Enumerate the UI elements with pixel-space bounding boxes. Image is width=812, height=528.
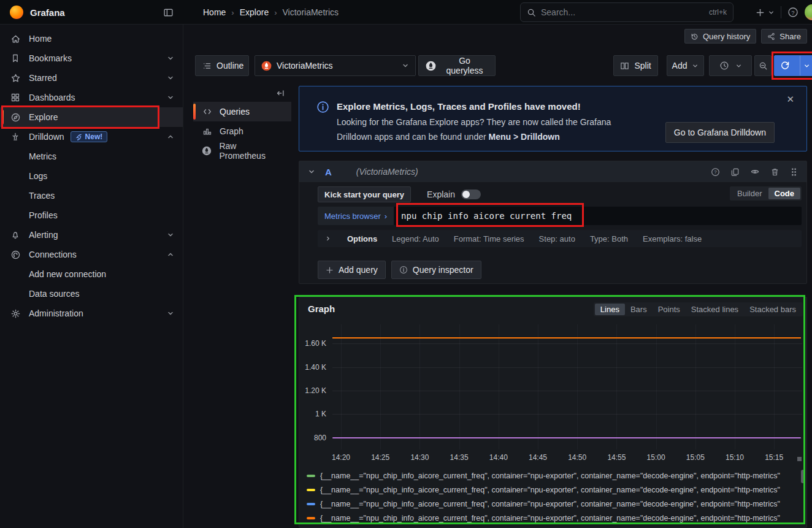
add-dropdown-button[interactable]: Add: [667, 55, 704, 76]
v-gridline: [695, 324, 696, 450]
divider: [781, 6, 781, 18]
tab-raw-prometheus[interactable]: Raw Prometheus: [193, 141, 291, 161]
graph-mode-stacked-lines[interactable]: Stacked lines: [686, 304, 744, 315]
tab-queries[interactable]: Queries: [193, 102, 291, 121]
options-summary: Legend: AutoFormat: Time seriesStep: aut…: [392, 234, 702, 243]
option-summary-item: Legend: Auto: [392, 234, 439, 243]
sidebar-item-administration[interactable]: Administration: [0, 304, 183, 323]
option-summary-item: Format: Time series: [454, 234, 524, 243]
brand-area: Grafana: [0, 0, 183, 25]
add-query-button[interactable]: Add query: [318, 261, 386, 279]
time-range-picker[interactable]: [709, 55, 752, 76]
drag-handle-icon[interactable]: [790, 167, 798, 177]
chevron-right-icon: [325, 235, 331, 242]
outline-button[interactable]: Outline: [195, 55, 249, 76]
y-axis: 8001 K1.20 K1.40 K1.60 K: [299, 324, 329, 450]
x-tick-label: 14:55: [607, 453, 626, 462]
legend-item[interactable]: {__name__="npu_chip_info_aicore_current_…: [307, 511, 800, 525]
sidebar-item-alerting[interactable]: Alerting: [0, 225, 183, 245]
x-tick-label: 15:10: [726, 453, 744, 462]
kick-start-query-button[interactable]: Kick start your query: [318, 186, 411, 202]
sidebar-item-home[interactable]: Home: [0, 29, 183, 48]
graph-mode-stacked-bars[interactable]: Stacked bars: [744, 304, 802, 315]
legend-item[interactable]: {__name__="npu_chip_info_aicore_current_…: [307, 469, 800, 483]
legend-scrollbar-thumb[interactable]: [801, 470, 805, 483]
query-datasource-hint: (VictoriaMetrics): [356, 167, 418, 177]
legend-item[interactable]: {__name__="npu_chip_info_aicore_current_…: [307, 525, 800, 527]
chevron-right-icon: ›: [385, 212, 387, 221]
sidebar-item-profiles[interactable]: Profiles: [0, 205, 183, 225]
legend-item[interactable]: {__name__="npu_chip_info_aicore_current_…: [307, 497, 800, 511]
sidebar-item-traces[interactable]: Traces: [0, 186, 183, 205]
dock-sidebar-icon[interactable]: [163, 7, 174, 18]
sidebar-item-data-sources[interactable]: Data sources: [0, 284, 183, 304]
plot-area[interactable]: [332, 324, 802, 450]
grafana-logo-icon[interactable]: [10, 6, 23, 19]
x-tick-label: 14:45: [529, 453, 547, 462]
query-help-icon[interactable]: ?: [711, 167, 720, 177]
sidebar-item-logs[interactable]: Logs: [0, 166, 183, 186]
y-tick-label: 1.40 K: [305, 363, 326, 372]
graph-mode-bars[interactable]: Bars: [625, 304, 653, 315]
h-gridline: [332, 391, 802, 391]
user-avatar[interactable]: [805, 4, 812, 20]
sidebar-item-explore[interactable]: Explore: [0, 107, 183, 127]
series-color-marker: [307, 517, 315, 519]
graph-mode-points[interactable]: Points: [653, 304, 686, 315]
breadcrumb-home[interactable]: Home: [203, 7, 226, 17]
sidebar-item-bookmarks[interactable]: Bookmarks: [0, 48, 183, 68]
search-input[interactable]: [541, 7, 704, 17]
sidebar-item-metrics[interactable]: Metrics: [0, 147, 183, 166]
chevron-up-icon: [167, 251, 174, 258]
refresh-interval-chevron[interactable]: [800, 56, 812, 75]
tab-graph[interactable]: Graph: [193, 121, 291, 141]
graph-mode-lines[interactable]: Lines: [595, 304, 625, 315]
go-queryless-button[interactable]: Go queryless: [418, 55, 496, 76]
datasource-name: VictoriaMetrics: [277, 61, 333, 71]
split-button[interactable]: Split: [613, 55, 658, 76]
graph-style-switch: LinesBarsPointsStacked linesStacked bars: [594, 302, 803, 316]
builder-mode-button[interactable]: Builder: [731, 188, 768, 199]
close-icon[interactable]: ✕: [786, 94, 794, 105]
breadcrumb-explore[interactable]: Explore: [240, 7, 269, 17]
metrics-browser-button[interactable]: Metrics browser ›: [318, 207, 394, 225]
code-mode-button[interactable]: Code: [768, 188, 801, 199]
add-menu-button[interactable]: [756, 8, 775, 17]
h-gridline: [332, 343, 802, 344]
v-gridline: [341, 324, 342, 450]
sidebar-item-connections[interactable]: Connections: [0, 245, 183, 264]
chevron-down-icon[interactable]: [308, 168, 315, 175]
help-icon[interactable]: ?: [787, 7, 799, 18]
collapse-panel-icon[interactable]: [275, 88, 285, 98]
disable-query-eye-icon[interactable]: [750, 167, 760, 177]
run-query-refresh-button[interactable]: [774, 55, 812, 76]
sidebar-item-add-new-connection[interactable]: Add new connection: [0, 264, 183, 284]
x-tick-label: 14:40: [489, 453, 508, 462]
go-to-drilldown-button[interactable]: Go to Grafana Drilldown: [665, 122, 775, 143]
sidebar-item-dashboards[interactable]: Dashboards: [0, 88, 183, 107]
global-search[interactable]: ctrl+k: [520, 2, 733, 22]
promql-query-input[interactable]: [394, 207, 802, 225]
apps-icon: [10, 93, 21, 102]
duplicate-query-icon[interactable]: [730, 167, 740, 177]
delete-query-trash-icon[interactable]: [770, 167, 779, 177]
zoom-out-button[interactable]: [754, 55, 772, 76]
query-tools-row: Kick start your query Explain: [318, 186, 481, 202]
chevron-up-icon: [167, 133, 174, 140]
query-row-header[interactable]: A (VictoriaMetrics) ?: [299, 161, 806, 182]
legend-item[interactable]: {__name__="npu_chip_info_aicore_current_…: [307, 483, 800, 497]
query-options-row[interactable]: Options Legend: AutoFormat: Time seriesS…: [318, 230, 802, 247]
sidebar-item-starred[interactable]: Starred: [0, 68, 183, 88]
drilldown-icon: [10, 132, 21, 142]
query-history-button[interactable]: Query history: [684, 29, 756, 44]
builder-code-switch: Builder Code: [730, 186, 802, 201]
v-gridline: [459, 324, 460, 450]
clock-icon: [719, 61, 729, 71]
share-button[interactable]: Share: [761, 29, 807, 44]
v-gridline: [499, 324, 499, 450]
datasource-picker[interactable]: VictoriaMetrics: [255, 55, 416, 76]
sidebar-item-drilldown[interactable]: DrilldownNew!: [0, 127, 183, 147]
query-inspector-button[interactable]: Query inspector: [391, 261, 481, 279]
explain-toggle[interactable]: [461, 189, 481, 199]
top-nav-bar: Grafana Home › Explore › VictoriaMetrics…: [0, 0, 812, 25]
